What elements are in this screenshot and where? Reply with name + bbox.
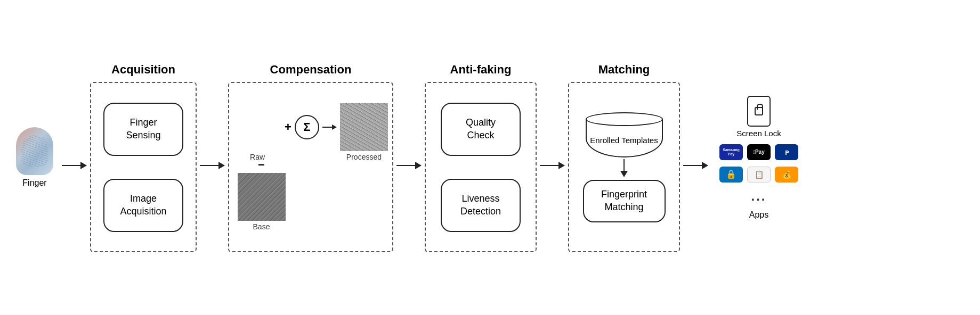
apps-section: Screen Lock SamsungPay Pay ᴩ 🔒 📋 💰 ... …: [719, 96, 798, 220]
sigma-symbol: Σ: [303, 120, 310, 134]
matching-stage: Matching Enrolled Templates Fingerprint …: [568, 63, 680, 252]
compensation-box: Raw + Σ: [228, 82, 393, 252]
arrow-line: [396, 165, 415, 167]
apple-pay-icon: Pay: [747, 144, 771, 160]
antifaking-label: Anti-faking: [450, 63, 512, 77]
acquisition-label: Acquisition: [111, 63, 175, 77]
processed-image: [340, 103, 388, 151]
raw-image: [233, 103, 281, 151]
sigma-circle: Σ: [295, 115, 319, 139]
processed-label: Processed: [346, 153, 382, 161]
quality-check-text: QualityCheck: [466, 117, 496, 142]
minus-sign: −: [258, 159, 265, 171]
image-acquisition-box: ImageAcquisition: [103, 179, 183, 232]
arrow-antifaking-to-matching: [540, 162, 565, 169]
base-image: [238, 173, 286, 221]
matching-box: Enrolled Templates Fingerprint Matching: [568, 82, 680, 252]
notes-icon: 📋: [747, 167, 771, 183]
acquisition-stage: Acquisition FingerSensing ImageAcquisiti…: [90, 63, 197, 252]
arrow-head: [558, 162, 565, 169]
image-acquisition-text: ImageAcquisition: [120, 193, 166, 218]
arrow-acq-to-comp: [200, 162, 225, 169]
v-arrow-line: [623, 159, 625, 171]
arrow-head: [415, 162, 422, 169]
liveness-detection-box: LivenessDetection: [441, 179, 521, 232]
compensation-stage: Compensation Raw + Σ: [228, 63, 393, 252]
enrolled-templates-db: Enrolled Templates: [586, 112, 663, 158]
arrow-comp-to-antifaking: [396, 162, 422, 169]
finger-sensing-text: FingerSensing: [126, 117, 160, 142]
antifaking-stage: Anti-faking QualityCheck LivenessDetecti…: [425, 63, 537, 252]
diagram: Finger Acquisition FingerSensing ImageAc…: [0, 0, 980, 315]
apps-dots: ...: [751, 189, 766, 204]
finger-image: [16, 127, 53, 175]
arrow-head: [80, 162, 87, 169]
lock-icon: [755, 107, 763, 115]
finger-label: Finger: [22, 178, 46, 188]
apps-label: Apps: [749, 210, 768, 220]
liveness-detection-text: LivenessDetection: [460, 193, 501, 218]
base-label: Base: [253, 222, 270, 231]
cylinder-top: [586, 112, 663, 126]
fingerprint-matching-box: Fingerprint Matching: [583, 180, 666, 222]
db-to-matching-arrow: [620, 159, 628, 177]
wallet-icon: 💰: [775, 167, 798, 183]
plus-sign: +: [285, 120, 291, 134]
phone-icon: [747, 96, 771, 127]
v-arrow-head: [620, 171, 628, 177]
payment-row-1: SamsungPay Pay ᴩ: [719, 144, 798, 160]
arrow-head: [218, 162, 225, 169]
finger-section: Finger: [16, 127, 53, 188]
enrolled-templates-text: Enrolled Templates: [590, 135, 658, 146]
screen-lock-label: Screen Lock: [736, 129, 781, 138]
fingerprint-matching-text: Fingerprint Matching: [584, 188, 665, 213]
matching-label: Matching: [598, 63, 650, 77]
finger-sensing-box: FingerSensing: [103, 103, 183, 156]
arrow-line: [540, 165, 558, 167]
antifaking-box: QualityCheck LivenessDetection: [425, 82, 537, 252]
quality-check-box: QualityCheck: [441, 103, 521, 156]
arrow-line: [200, 165, 218, 167]
arrow-finger-to-acquisition: [62, 162, 87, 169]
paypal-icon: ᴩ: [775, 144, 798, 160]
arrow-line: [62, 165, 80, 167]
secure-icon: 🔒: [719, 167, 743, 183]
samsung-pay-icon: SamsungPay: [719, 144, 743, 160]
arrow-head: [702, 162, 708, 169]
payment-row-2: 🔒 📋 💰: [719, 167, 798, 183]
screen-lock: Screen Lock: [736, 96, 781, 138]
compensation-label: Compensation: [270, 63, 352, 77]
acquisition-box: FingerSensing ImageAcquisition: [90, 82, 197, 252]
arrow-line: [683, 165, 702, 167]
arrow-matching-to-apps: [683, 162, 708, 169]
